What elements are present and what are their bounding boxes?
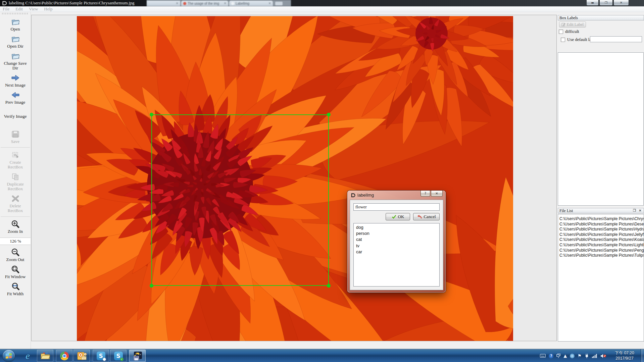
label-option[interactable]: dog <box>354 224 439 230</box>
open-dir-button[interactable]: Open Dir <box>0 35 31 49</box>
action-center-flag-icon[interactable]: ⚑ <box>578 353 582 358</box>
taskbar-file-explorer[interactable] <box>37 350 53 362</box>
delete-rectbox-button[interactable]: Delete RectBox <box>0 194 31 213</box>
file-list-header[interactable]: File List ❐ ✕ <box>558 208 644 213</box>
taskbar-labelimg-python[interactable]: > <box>129 350 146 362</box>
file-list-item[interactable]: C:\Users\Public\Pictures\Sample Pictures… <box>558 222 644 227</box>
bbox-handle-bottom-left[interactable] <box>150 284 153 288</box>
label-option[interactable]: person <box>354 230 439 237</box>
taskbar-clock[interactable]: 下午 07:20 2017/9/27 <box>609 350 640 361</box>
menu-help[interactable]: Help <box>44 6 52 12</box>
label-options-list[interactable]: dogpersoncattvcar <box>353 223 440 287</box>
volume-muted-icon[interactable] <box>600 354 606 358</box>
browser-tab-1[interactable]: The usage of the img ✕ <box>181 1 228 6</box>
minimize-button[interactable]: ▬ <box>586 0 599 6</box>
label-option[interactable]: car <box>354 249 439 255</box>
use-default-label-checkbox[interactable] <box>561 38 565 42</box>
window-switch-icon[interactable] <box>556 354 560 358</box>
box-labels-title: Box Labels <box>559 15 578 20</box>
edit-label-button[interactable]: Edit Label <box>559 21 586 28</box>
window-title: labelImg C:\Users\Public\Pictures\Sample… <box>9 0 134 6</box>
file-list-item[interactable]: C:\Users\Public\Pictures\Sample Pictures… <box>558 232 644 238</box>
tool-sidebar: Open Open Dir Change Save Dir Next Image <box>0 12 31 349</box>
open-button[interactable]: Open <box>0 17 31 32</box>
taskbar-skype-1[interactable]: S <box>93 350 109 362</box>
file-list-item[interactable]: C:\Users\Public\Pictures\Sample Pictures… <box>558 227 644 232</box>
difficult-checkbox-row[interactable]: difficult <box>559 29 579 34</box>
network-signal-icon[interactable] <box>592 354 597 358</box>
label-option[interactable]: cat <box>354 237 439 243</box>
close-button[interactable]: ✕ <box>613 0 629 6</box>
new-tab-button[interactable] <box>275 2 283 5</box>
tab-close-icon[interactable]: ✕ <box>268 2 271 5</box>
taskbar-skype-2[interactable]: S ✓ <box>110 350 127 362</box>
bbox-handle-top-left[interactable] <box>150 113 153 116</box>
folder-open-icon <box>11 35 20 43</box>
keyboard-icon[interactable] <box>540 354 546 358</box>
menu-view[interactable]: View <box>29 6 38 12</box>
cancel-button[interactable]: Cancel <box>413 213 440 220</box>
bbox-handle-top-right[interactable] <box>327 113 331 116</box>
change-save-dir-button[interactable]: Change Save Dir <box>0 52 31 70</box>
zoom-in-button[interactable]: Zoom In <box>0 220 31 234</box>
image-canvas[interactable] <box>31 15 557 341</box>
tab-close-icon[interactable]: ✕ <box>176 2 178 5</box>
file-list-item[interactable]: C:\Users\Public\Pictures\Sample Pictures… <box>558 216 644 222</box>
taskbar-outlook[interactable] <box>73 350 90 362</box>
menu-edit[interactable]: Edit <box>15 6 23 12</box>
box-labels-list[interactable] <box>558 52 644 206</box>
svg-text:>: > <box>140 353 141 356</box>
tab-label: LabelImg <box>236 2 249 5</box>
file-list-item[interactable]: C:\Users\Public\Pictures\Sample Pictures… <box>558 243 644 248</box>
bbox-handle-bottom-right[interactable] <box>327 284 331 288</box>
taskbar-chrome[interactable] <box>56 350 72 362</box>
next-image-button[interactable]: Next Image <box>0 73 31 88</box>
taskbar-internet-explorer[interactable]: e <box>19 350 36 362</box>
prev-image-button[interactable]: Prev Image <box>0 91 31 105</box>
verify-image-button[interactable]: Verify Image <box>0 113 31 119</box>
python-app-icon: > <box>133 351 142 361</box>
label-name-input[interactable]: flower <box>353 203 440 211</box>
browser-tab-2[interactable]: LabelImg ✕ <box>229 1 273 6</box>
file-list[interactable]: C:\Users\Public\Pictures\Sample Pictures… <box>558 214 644 342</box>
zoom-out-icon <box>11 248 20 257</box>
sync-status-icon[interactable] <box>570 354 575 358</box>
file-list-item[interactable]: C:\Users\Public\Pictures\Sample Pictures… <box>558 253 644 258</box>
show-hidden-icons-arrow[interactable]: ▲ <box>563 353 567 358</box>
app-titlebar: labelImg C:\Users\Public\Pictures\Sample… <box>0 0 644 6</box>
toolbar-drag-handle[interactable] <box>2 13 29 14</box>
dialog-close-button[interactable]: ✕ <box>431 191 443 197</box>
file-list-item[interactable]: C:\Users\Public\Pictures\Sample Pictures… <box>558 248 644 253</box>
file-list-item[interactable]: C:\Users\Public\Pictures\Sample Pictures… <box>558 237 644 243</box>
restore-button[interactable]: ❐ <box>599 0 613 6</box>
fit-width-button[interactable]: Fit Width <box>0 282 31 296</box>
zoom-out-button[interactable]: Zoom Out <box>0 248 31 262</box>
help-icon[interactable]: ? <box>549 354 553 358</box>
skype-icon: S <box>97 352 105 360</box>
zoom-level-input[interactable]: 126 % <box>0 238 31 245</box>
close-panel-icon[interactable]: ✕ <box>638 209 642 213</box>
start-button[interactable] <box>3 350 15 362</box>
annotation-bounding-box[interactable] <box>151 114 329 286</box>
dialog-titlebar[interactable]: labelImg ? ✕ <box>347 191 446 200</box>
tab-close-icon[interactable]: ✕ <box>224 2 226 5</box>
float-panel-icon[interactable]: ❐ <box>632 209 637 213</box>
fit-window-button[interactable]: Fit Window <box>0 265 31 279</box>
difficult-checkbox[interactable] <box>559 30 563 34</box>
label-option[interactable]: tv <box>354 243 439 249</box>
default-label-input[interactable] <box>590 36 642 42</box>
save-button[interactable]: Save <box>0 130 31 144</box>
browser-tab-partial[interactable]: ✕ <box>147 1 180 6</box>
show-desktop-button[interactable] <box>641 349 644 362</box>
tab-favicon <box>231 2 234 5</box>
duplicate-rectbox-button[interactable]: Duplicate RectBox <box>0 172 31 191</box>
checkmark-icon <box>392 215 396 219</box>
taskbar: e S <box>0 349 644 362</box>
power-plug-icon[interactable] <box>585 354 589 358</box>
create-rectbox-button[interactable]: Create RectBox <box>0 151 31 169</box>
chrysanthemum-image[interactable] <box>77 16 513 341</box>
menu-file[interactable]: File <box>3 6 9 12</box>
box-labels-header[interactable]: Box Labels <box>558 15 644 20</box>
dialog-help-button[interactable]: ? <box>420 191 430 197</box>
ok-button[interactable]: OK <box>386 213 410 220</box>
